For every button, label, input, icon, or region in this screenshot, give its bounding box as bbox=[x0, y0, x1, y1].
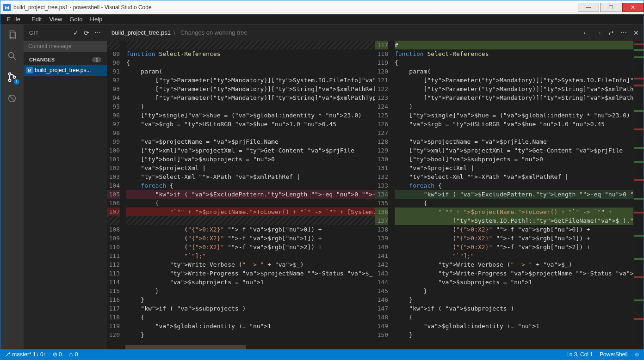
menu-edit[interactable]: Edit bbox=[28, 15, 45, 24]
menu-help[interactable]: Help bbox=[87, 15, 106, 24]
status-language[interactable]: PowerShell bbox=[600, 351, 628, 358]
editor-tabbar: build_project_tree.ps1 \ - Changes on wo… bbox=[107, 24, 644, 41]
hscrollbar[interactable] bbox=[125, 345, 246, 349]
window-controls: — ☐ ✕ bbox=[577, 3, 644, 12]
commit-input[interactable]: Commit message bbox=[24, 41, 107, 52]
search-icon[interactable] bbox=[6, 49, 19, 62]
close-editor-icon[interactable]: ✕ bbox=[633, 29, 639, 37]
app-icon: ⋈ bbox=[3, 4, 11, 11]
explorer-icon[interactable] bbox=[6, 28, 19, 41]
svg-point-2 bbox=[9, 53, 14, 58]
status-errors[interactable]: ⊘ 0 bbox=[53, 351, 62, 358]
svg-point-4 bbox=[9, 73, 11, 75]
git-badge: 1 bbox=[14, 79, 19, 85]
window-title: build_project_tree.ps1 - powershell - Vi… bbox=[13, 4, 577, 11]
debug-icon[interactable] bbox=[6, 92, 19, 105]
git-icon[interactable]: 1 bbox=[6, 71, 19, 84]
changes-count: 1 bbox=[92, 57, 101, 62]
svg-line-3 bbox=[13, 57, 16, 60]
modified-badge: M bbox=[26, 67, 33, 73]
close-button[interactable]: ✕ bbox=[622, 3, 644, 12]
menu-view[interactable]: View bbox=[45, 15, 66, 24]
nav-forward-icon[interactable]: → bbox=[595, 29, 602, 37]
menu-goto[interactable]: Goto bbox=[66, 15, 86, 24]
nav-back-icon[interactable]: ← bbox=[582, 29, 589, 37]
titlebar[interactable]: ⋈ build_project_tree.ps1 - powershell - … bbox=[0, 0, 644, 14]
commit-icon[interactable]: ✓ bbox=[73, 29, 79, 37]
more-icon[interactable]: ⋯ bbox=[94, 29, 101, 37]
file-name: build_project_tree.ps... bbox=[35, 67, 91, 73]
statusbar: ⎇ master* 1↓ 0↑ ⊘ 0 ⚠ 0 Ln 3, Col 1 Powe… bbox=[0, 349, 644, 360]
diff-view: 8990919293949596979899100101102103104105… bbox=[107, 41, 644, 349]
status-position[interactable]: Ln 3, Col 1 bbox=[566, 351, 593, 358]
maximize-button[interactable]: ☐ bbox=[600, 3, 621, 12]
status-warnings[interactable]: ⚠ 0 bbox=[68, 351, 78, 358]
sidebar: GIT ✓ ⟳ ⋯ Commit message CHANGES 1 M bui… bbox=[24, 24, 107, 349]
refresh-icon[interactable]: ⟳ bbox=[84, 29, 90, 37]
editor-area: build_project_tree.ps1 \ - Changes on wo… bbox=[107, 24, 644, 349]
svg-line-8 bbox=[9, 96, 15, 102]
sidebar-section-header: GIT ✓ ⟳ ⋯ bbox=[24, 24, 107, 41]
menubar: File Edit View Goto Help bbox=[0, 14, 644, 24]
status-branch[interactable]: ⎇ master* 1↓ 0↑ bbox=[4, 351, 46, 358]
changed-file-item[interactable]: M build_project_tree.ps... bbox=[24, 65, 107, 76]
tab-title[interactable]: build_project_tree.ps1 bbox=[111, 29, 171, 36]
minimize-button[interactable]: — bbox=[578, 3, 599, 12]
diff-left-pane[interactable]: 8990919293949596979899100101102103104105… bbox=[107, 41, 375, 349]
editor-more-icon[interactable]: ⋯ bbox=[620, 29, 627, 37]
feedback-icon[interactable]: ☺ bbox=[634, 351, 640, 358]
window: ⋈ build_project_tree.ps1 - powershell - … bbox=[0, 0, 644, 360]
menu-file[interactable]: File bbox=[3, 15, 28, 24]
svg-point-6 bbox=[13, 76, 16, 79]
overview-ruler[interactable] bbox=[633, 41, 644, 349]
activity-bar: 1 bbox=[0, 24, 24, 349]
tab-subtitle: \ - Changes on working tree bbox=[173, 29, 248, 36]
changes-header[interactable]: CHANGES 1 bbox=[24, 55, 107, 65]
toggle-view-icon[interactable]: ⇄ bbox=[608, 29, 614, 37]
diff-right-pane[interactable]: 1171181191201211221231241251261271281291… bbox=[375, 41, 644, 349]
svg-point-5 bbox=[9, 79, 11, 82]
